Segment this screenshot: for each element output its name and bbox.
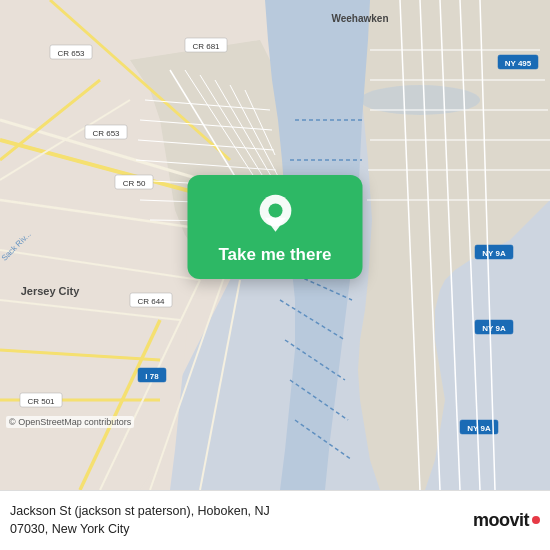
svg-text:NY 9A: NY 9A <box>467 424 491 433</box>
moovit-logo-dot <box>532 516 540 524</box>
moovit-logo: moovit <box>473 510 540 531</box>
svg-text:CR 501: CR 501 <box>27 397 55 406</box>
moovit-logo-text: moovit <box>473 510 529 531</box>
svg-text:CR 644: CR 644 <box>137 297 165 306</box>
location-pin-icon <box>253 193 297 237</box>
svg-text:NY 495: NY 495 <box>505 59 532 68</box>
svg-text:NY 9A: NY 9A <box>482 249 506 258</box>
cta-label: Take me there <box>218 245 331 265</box>
address-line2: 07030, New York City <box>10 522 130 536</box>
bottom-bar: Jackson St (jackson st paterson), Hoboke… <box>0 490 550 550</box>
take-me-there-button[interactable]: Take me there <box>188 175 363 279</box>
address-text: Jackson St (jackson st paterson), Hoboke… <box>10 503 465 538</box>
svg-text:I 78: I 78 <box>145 372 159 381</box>
svg-text:CR 653: CR 653 <box>57 49 85 58</box>
svg-text:NY 9A: NY 9A <box>482 324 506 333</box>
address-line1: Jackson St (jackson st paterson), Hoboke… <box>10 504 270 518</box>
svg-text:CR 681: CR 681 <box>192 42 220 51</box>
svg-marker-83 <box>264 218 285 232</box>
map-attribution: © OpenStreetMap contributors <box>6 416 134 428</box>
map-container: CR 653 CR 653 CR 681 CR 50 CR 644 CR 501… <box>0 0 550 490</box>
svg-text:CR 653: CR 653 <box>92 129 120 138</box>
svg-text:Weehawken: Weehawken <box>331 13 388 24</box>
svg-text:CR 50: CR 50 <box>123 179 146 188</box>
cta-button-container[interactable]: Take me there <box>188 175 363 279</box>
svg-text:Jersey City: Jersey City <box>21 285 81 297</box>
svg-point-82 <box>268 204 282 218</box>
